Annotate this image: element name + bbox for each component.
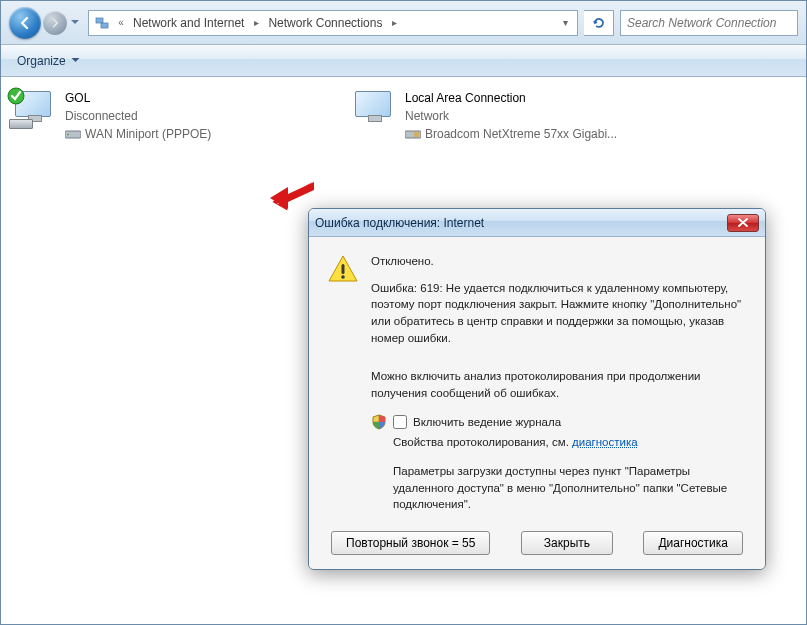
close-icon [738,218,748,227]
disconnected-text: Отключено. [371,253,747,270]
breadcrumb-seg-1[interactable]: Network and Internet [129,16,248,30]
svg-rect-1 [101,23,108,28]
organize-label: Organize [17,54,66,68]
chevron-down-icon [71,58,80,63]
dialog-close-button[interactable]: Закрыть [521,531,613,555]
connection-device: Broadcom NetXtreme 57xx Gigabi... [405,125,617,143]
breadcrumb-dropdown[interactable]: ▾ [557,11,573,35]
breadcrumb-chev-icon[interactable]: ▸ [248,11,264,35]
close-button[interactable] [727,214,759,232]
svg-point-4 [67,134,69,136]
dialog-title-text: Ошибка подключения: Internet [315,216,484,230]
connection-device: WAN Miniport (PPPOE) [65,125,211,143]
dialog-body: Отключено. Ошибка: 619: Не удается подкл… [309,237,765,569]
breadcrumb-chev-icon[interactable]: ▸ [386,11,402,35]
navigation-bar: « Network and Internet ▸ Network Connect… [1,1,806,45]
connection-item-gol[interactable]: GOL Disconnected WAN Miniport (PPPOE) [9,89,309,143]
diagnostics-button[interactable]: Диагностика [643,531,743,555]
breadcrumb-seg-2[interactable]: Network Connections [264,16,386,30]
search-input[interactable] [627,16,791,30]
connection-status: Network [405,107,617,125]
redial-button[interactable]: Повторный звонок = 55 [331,531,490,555]
enable-logging-checkbox[interactable] [393,415,407,429]
svg-rect-8 [342,264,345,274]
disconnected-status-icon [7,87,25,105]
error-dialog: Ошибка подключения: Internet Отключено. … [308,208,766,570]
network-icon [93,14,111,32]
connection-icon [349,89,397,137]
warning-icon [327,253,359,285]
svg-marker-7 [270,182,314,209]
breadcrumb-chev-icon[interactable]: « [113,11,129,35]
proto-props-line: Свойства протоколирования, см. диагности… [393,434,747,451]
organize-button[interactable]: Organize [9,50,88,72]
svg-rect-6 [414,132,419,137]
connection-icon [9,89,57,137]
shield-icon [371,414,387,430]
proto-message: Можно включить анализ протоколирования п… [371,368,747,401]
connection-status: Disconnected [65,107,211,125]
boot-params-text: Параметры загрузки доступны через пункт … [393,463,747,513]
red-arrow-annotation [268,180,316,212]
refresh-icon [591,15,607,31]
connection-name: GOL [65,89,211,107]
connection-item-lan[interactable]: Local Area Connection Network Broadcom N… [349,89,649,143]
breadcrumb[interactable]: « Network and Internet ▸ Network Connect… [88,10,578,36]
error-message: Ошибка: 619: Не удается подключиться к у… [371,280,747,347]
forward-button[interactable] [43,11,67,35]
back-button[interactable] [9,7,41,39]
connection-name: Local Area Connection [405,89,617,107]
search-box[interactable] [620,10,798,36]
chevron-down-icon [71,20,79,25]
nic-icon [405,129,421,139]
dialog-titlebar[interactable]: Ошибка подключения: Internet [309,209,765,237]
diagnostics-link[interactable]: диагностика [572,436,638,448]
svg-point-9 [341,275,345,279]
modem-icon [65,129,81,139]
toolbar: Organize [1,45,806,77]
refresh-button[interactable] [584,10,614,36]
history-dropdown[interactable] [68,11,82,35]
arrow-left-icon [17,15,33,31]
svg-rect-0 [96,18,103,23]
arrow-right-icon [49,17,61,29]
enable-logging-label: Включить ведение журнала [413,414,561,431]
